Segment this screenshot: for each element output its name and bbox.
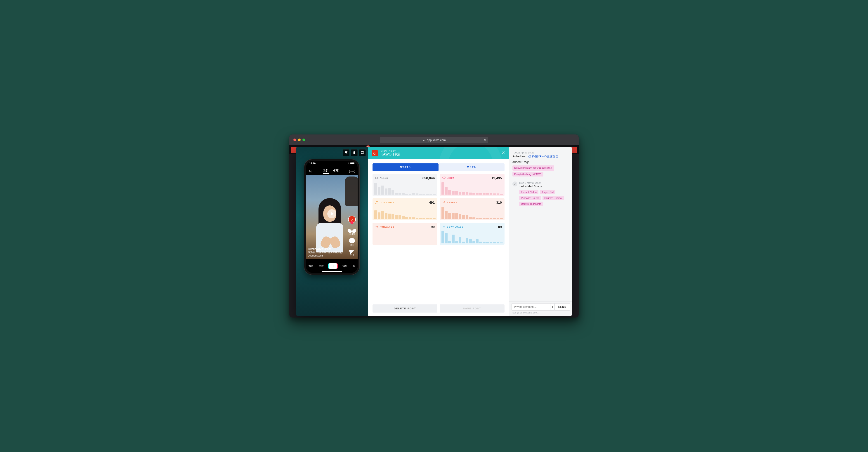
activity-source-link[interactable]: @ 科握KAWO企业管理 — [528, 155, 558, 158]
stats-panel: VIEW POST KAWO 科握 STATS META PLAYS658,84… — [368, 147, 509, 316]
user-avatar: Z — [513, 182, 518, 187]
translate-button[interactable] — [343, 150, 349, 156]
tag-chip[interactable]: Douyin: Highlights — [519, 202, 543, 206]
video-caption: 做营销，如何避免工作流程的混乱？ — [308, 251, 344, 254]
stat-card-plays[interactable]: PLAYS658,844 — [373, 174, 437, 196]
stat-label: COMMENTS — [380, 201, 395, 204]
shares-count: 310 — [350, 254, 354, 257]
nav-inbox[interactable]: 消息 — [342, 264, 347, 268]
browser-titlebar: app.kawo.com ↻ — [289, 134, 579, 145]
stat-sparkline — [441, 182, 503, 195]
image-button[interactable] — [359, 150, 366, 156]
device-toggle-button[interactable] — [351, 150, 358, 156]
likes-icon — [442, 176, 445, 180]
svg-rect-0 — [353, 152, 355, 154]
stat-value: 658,844 — [423, 176, 435, 180]
minimize-window-icon[interactable] — [298, 138, 301, 141]
brand-icon — [372, 150, 378, 156]
stat-grid: PLAYS658,844LIKES19,495COMMENTS491SHARES… — [368, 174, 509, 245]
stat-label: LIKES — [447, 177, 455, 179]
stat-card-shares[interactable]: SHARES310 — [440, 198, 504, 220]
downloads-icon — [442, 225, 445, 229]
url-text: app.kawo.com — [427, 138, 446, 142]
header-subtitle: VIEW POST — [381, 150, 400, 152]
forwards-icon — [375, 225, 378, 229]
live-icon[interactable]: LIVE — [349, 170, 355, 173]
stat-label: PLAYS — [380, 177, 388, 179]
send-button[interactable]: SEND — [555, 303, 570, 311]
comments-icon — [375, 201, 378, 204]
save-post-button[interactable]: SAVE POST — [440, 304, 504, 313]
video-sound[interactable]: Original Sound — [308, 254, 344, 257]
close-window-icon[interactable] — [293, 138, 296, 141]
lock-icon — [422, 138, 425, 141]
shares-icon — [442, 201, 445, 204]
tab-meta[interactable]: META — [438, 163, 504, 171]
url-bar[interactable]: app.kawo.com ↻ — [380, 137, 488, 143]
search-icon[interactable] — [309, 169, 312, 173]
header-title: KAWO 科握 — [381, 152, 400, 157]
share-icon[interactable] — [349, 248, 355, 254]
douyin-tab-recommend[interactable]: 推荐 — [332, 169, 339, 174]
stat-value: 90 — [431, 225, 435, 229]
video-author[interactable]: @科握KAWO企业管理 — [308, 247, 344, 251]
stat-sparkline — [441, 206, 503, 219]
page-content: 13 15:10 — [289, 145, 579, 318]
stat-label: SHARES — [447, 201, 458, 204]
activity-time: Mon 2 May at 09:24 — [519, 182, 569, 184]
close-button[interactable] — [501, 151, 505, 156]
window-controls[interactable] — [293, 138, 305, 141]
stat-card-forwards[interactable]: FORWARDS90 — [373, 223, 437, 245]
stat-card-downloads[interactable]: DOWNLOADS89 — [440, 223, 504, 245]
tag-chip[interactable]: Purpose: Douyin — [519, 196, 541, 200]
activity-title: Pulled from @ 科握KAWO企业管理 — [513, 154, 569, 158]
svg-point-2 — [362, 152, 362, 153]
comment-input[interactable] — [512, 303, 550, 311]
activity-entry: Tue 26 Apr at 18:22Pulled from @ 科握KAWO企… — [513, 151, 569, 176]
delete-post-button[interactable]: DELETE POST — [373, 304, 437, 313]
mention-hint: Type @ to mention a user... — [512, 312, 570, 314]
author-avatar[interactable]: ♪+ — [348, 216, 356, 223]
stat-card-likes[interactable]: LIKES19,495 — [440, 174, 504, 196]
activity-panel: Tue 26 Apr at 18:22Pulled from @ 科握KAWO企… — [509, 147, 572, 316]
video-preview[interactable]: ♪+ 19,495 491 310 — [306, 175, 358, 259]
play-icon[interactable] — [327, 209, 336, 218]
nav-post-button[interactable]: + — [329, 263, 337, 269]
modal-header: VIEW POST KAWO 科握 — [368, 147, 509, 159]
tag-chip[interactable]: Format: Video — [519, 190, 538, 194]
comment-icon[interactable] — [349, 238, 355, 244]
activity-entry: ZMon 2 May at 09:24zed added 5 tags.Form… — [513, 182, 569, 206]
browser-window: app.kawo.com ↻ 13 — [289, 134, 579, 318]
tag-chip[interactable]: Source: Original — [542, 196, 564, 200]
activity-time: Tue 26 Apr at 18:22 — [513, 151, 569, 154]
stat-card-comments[interactable]: COMMENTS491 — [373, 198, 437, 220]
tab-stats[interactable]: STATS — [373, 163, 438, 171]
stat-value: 19,495 — [491, 176, 502, 180]
svg-rect-4 — [375, 177, 377, 179]
plays-icon — [375, 176, 378, 180]
activity-subtitle: added 2 tags. — [513, 160, 569, 164]
nav-follow[interactable]: 关注 — [319, 264, 324, 268]
maximize-window-icon[interactable] — [303, 138, 305, 141]
attach-button[interactable]: + — [550, 303, 555, 311]
refresh-icon[interactable]: ↻ — [484, 138, 486, 142]
douyin-tab-follow[interactable]: 关注 — [323, 169, 329, 174]
comments-count: 491 — [350, 244, 354, 246]
nav-me[interactable]: 我 — [352, 264, 355, 268]
stat-label: DOWNLOADS — [447, 226, 464, 228]
stat-value: 491 — [429, 200, 435, 204]
preview-panel: 15:10 关注 推荐 LIVE — [296, 147, 368, 316]
nav-home[interactable]: 首页 — [309, 264, 313, 268]
tag-chip[interactable]: DouyinHashtag: #社交媒体管理1.1 — [513, 165, 554, 171]
post-modal: 15:10 关注 推荐 LIVE — [296, 147, 572, 316]
tag-chip[interactable]: Target: BM — [540, 190, 555, 194]
heart-icon[interactable] — [349, 226, 355, 232]
phone-mockup: 15:10 关注 推荐 LIVE — [304, 159, 360, 275]
stat-sparkline — [374, 206, 436, 219]
stat-sparkline — [374, 182, 436, 195]
stat-value: 310 — [496, 200, 502, 204]
phone-time: 15:10 — [309, 162, 315, 165]
stats-meta-tabs: STATS META — [373, 163, 504, 171]
tag-chip[interactable]: DouyinHashtag: #KAWO — [513, 172, 544, 176]
activity-title: zed added 5 tags. — [519, 185, 569, 188]
